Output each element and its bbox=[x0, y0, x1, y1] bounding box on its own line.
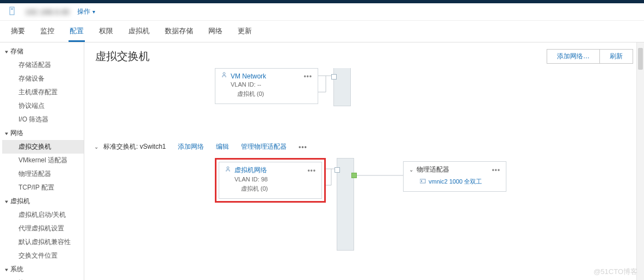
caret-down-icon: ▾ bbox=[5, 267, 9, 272]
page-actions: 添加网络… 刷新 bbox=[547, 49, 633, 64]
vswitch-add-networking[interactable]: 添加网络 bbox=[178, 142, 204, 151]
sidebar-item[interactable]: 许可 bbox=[2, 276, 84, 280]
tab-updates[interactable]: 更新 bbox=[237, 21, 253, 42]
switch-canvas: VM Network ••• VLAN ID: -- 虚拟机 (0) bbox=[84, 68, 644, 280]
caret-down-icon: ▾ bbox=[5, 199, 9, 204]
sidebar-item[interactable]: 默认虚拟机兼容性 bbox=[2, 235, 84, 249]
more-icon[interactable]: ••• bbox=[492, 166, 500, 174]
tab-permissions[interactable]: 权限 bbox=[98, 21, 114, 42]
cat-vm[interactable]: ▾虚拟机 bbox=[2, 194, 84, 208]
vswitch0-block: VM Network ••• VLAN ID: -- 虚拟机 (0) bbox=[84, 68, 633, 128]
vswitch1-block: ⌄ 标准交换机: vSwitch1 添加网络 编辑 管理物理适配器 ••• bbox=[84, 142, 633, 251]
add-networking-button[interactable]: 添加网络… bbox=[547, 49, 600, 64]
tab-datastores[interactable]: 数据存储 bbox=[164, 21, 194, 42]
portgroup-icon bbox=[221, 72, 227, 80]
portgroup-vm-network[interactable]: VM Network ••• VLAN ID: -- 虚拟机 (0) bbox=[215, 68, 318, 104]
cat-networking[interactable]: ▾网络 bbox=[2, 126, 84, 140]
portgroup-icon bbox=[225, 166, 231, 174]
page-title: 虚拟交换机 bbox=[95, 49, 150, 64]
tab-networks[interactable]: 网络 bbox=[207, 21, 224, 42]
sidebar-item[interactable]: 交换文件位置 bbox=[2, 249, 84, 263]
physical-adapters-card[interactable]: ⌄ 物理适配器 ••• vmnic2 1000 全双工 bbox=[403, 161, 506, 192]
sidebar-item[interactable]: 存储设备 bbox=[2, 72, 84, 86]
vswitch-edit[interactable]: 编辑 bbox=[216, 142, 229, 151]
portgroup-name: VM Network bbox=[231, 72, 266, 80]
tab-monitor[interactable]: 监控 bbox=[39, 21, 55, 42]
vswitch-manage-physical[interactable]: 管理物理适配器 bbox=[241, 142, 287, 151]
vertical-scrollbar[interactable] bbox=[636, 42, 644, 280]
sidebar-item[interactable]: 代理虚拟机设置 bbox=[2, 222, 84, 235]
tab-summary[interactable]: 摘要 bbox=[10, 21, 26, 42]
caret-down-icon: ▾ bbox=[5, 49, 9, 54]
portgroup-name: 虚拟机网络 bbox=[234, 166, 267, 175]
vm-count: 虚拟机 (0) bbox=[225, 182, 316, 193]
vswitch1-header: ⌄ 标准交换机: vSwitch1 添加网络 编辑 管理物理适配器 ••• bbox=[84, 142, 633, 158]
connector-line bbox=[318, 68, 333, 103]
sidebar-item[interactable]: 虚拟机启动/关机 bbox=[2, 208, 84, 222]
cat-storage[interactable]: ▾存储 bbox=[2, 45, 84, 58]
chevron-down-icon: ▾ bbox=[92, 9, 95, 15]
svg-rect-12 bbox=[420, 179, 425, 183]
vswitch0-bus bbox=[333, 68, 351, 106]
nic-label: vmnic2 1000 全双工 bbox=[429, 178, 482, 186]
svg-rect-1 bbox=[11, 8, 13, 9]
more-icon[interactable]: ••• bbox=[307, 167, 316, 174]
host-name: 192.168.0.00 bbox=[25, 8, 70, 16]
vswitch1-name: 标准交换机: vSwitch1 bbox=[103, 143, 166, 150]
sidebar-item[interactable]: 协议端点 bbox=[2, 99, 84, 113]
sidebar-item[interactable]: TCP/IP 配置 bbox=[2, 181, 84, 194]
highlighted-portgroup: 虚拟机网络 ••• VLAN ID: 98 虚拟机 (0) bbox=[215, 158, 326, 203]
physical-adapters-title: 物理适配器 bbox=[417, 165, 449, 174]
tab-bar: 摘要 监控 配置 权限 虚拟机 数据存储 网络 更新 bbox=[0, 21, 644, 42]
sidebar-item[interactable]: VMkernel 适配器 bbox=[2, 154, 84, 167]
vlan-id: VLAN ID: -- bbox=[221, 80, 312, 88]
nic-row[interactable]: vmnic2 1000 全双工 bbox=[409, 176, 500, 186]
connector-line bbox=[326, 158, 337, 196]
main-pane: 虚拟交换机 添加网络… 刷新 VM Network ••• bbox=[84, 42, 644, 280]
caret-down-icon: ▾ bbox=[5, 131, 9, 136]
scroll-thumb[interactable] bbox=[638, 48, 643, 70]
chevron-down-icon[interactable]: ⌄ bbox=[409, 167, 413, 173]
connector-line bbox=[354, 171, 403, 193]
portgroup-vm-network-cn[interactable]: 虚拟机网络 ••• VLAN ID: 98 虚拟机 (0) bbox=[219, 162, 322, 199]
more-icon[interactable]: ••• bbox=[299, 143, 307, 151]
tab-configure[interactable]: 配置 bbox=[69, 21, 85, 42]
sidebar-item[interactable]: I/O 筛选器 bbox=[2, 113, 84, 126]
vm-count: 虚拟机 (0) bbox=[221, 88, 312, 98]
object-header: 192.168.0.00 操作 ▾ bbox=[0, 3, 644, 21]
config-sidebar[interactable]: ▾存储 存储适配器 存储设备 主机缓存配置 协议端点 I/O 筛选器 ▾网络 虚… bbox=[0, 42, 84, 280]
more-icon[interactable]: ••• bbox=[304, 72, 312, 80]
refresh-button[interactable]: 刷新 bbox=[599, 49, 633, 64]
vlan-id: VLAN ID: 98 bbox=[225, 175, 316, 182]
sidebar-item[interactable]: 物理适配器 bbox=[2, 167, 84, 181]
svg-rect-2 bbox=[11, 9, 13, 10]
svg-point-3 bbox=[223, 72, 225, 75]
actions-menu[interactable]: 操作 ▾ bbox=[77, 7, 95, 16]
watermark: @51CTO博客 bbox=[593, 267, 637, 277]
actions-label: 操作 bbox=[77, 7, 90, 16]
svg-rect-13 bbox=[421, 180, 422, 182]
nic-icon bbox=[420, 179, 426, 185]
host-icon bbox=[9, 7, 17, 17]
switch-port-icon bbox=[331, 74, 337, 80]
cat-system[interactable]: ▾系统 bbox=[2, 263, 84, 276]
chevron-down-icon[interactable]: ⌄ bbox=[94, 144, 98, 150]
sidebar-item[interactable]: 存储适配器 bbox=[2, 58, 84, 72]
vswitch1-bus bbox=[337, 158, 354, 251]
uplink-port-icon bbox=[351, 173, 357, 178]
tab-vms[interactable]: 虚拟机 bbox=[127, 21, 151, 42]
switch-port-icon bbox=[335, 167, 340, 173]
sidebar-item-virtual-switches[interactable]: 虚拟交换机 bbox=[2, 140, 84, 154]
sidebar-item[interactable]: 主机缓存配置 bbox=[2, 86, 84, 99]
svg-point-7 bbox=[227, 167, 229, 169]
